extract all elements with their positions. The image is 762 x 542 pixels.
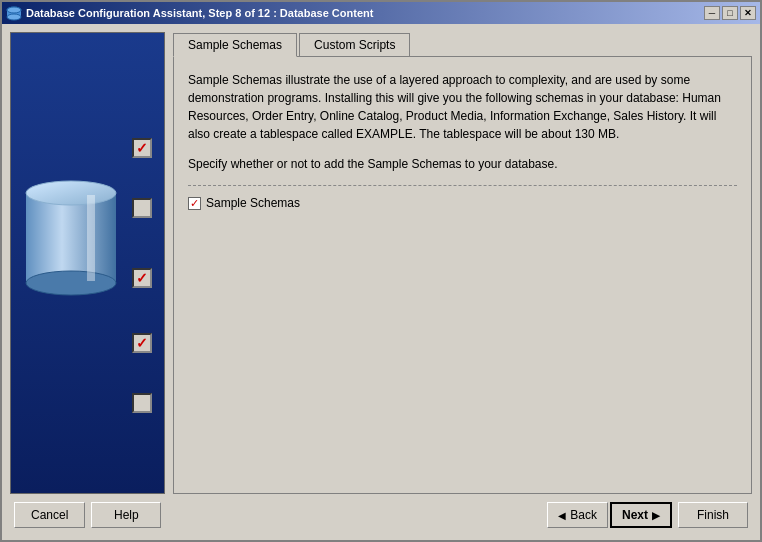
svg-point-5 <box>26 271 116 295</box>
left-checkbox-4[interactable] <box>132 333 152 353</box>
db-illustration <box>11 33 164 493</box>
left-panel <box>10 32 165 494</box>
window-body: Sample Schemas Custom Scripts Sample Sch… <box>2 24 760 540</box>
window-controls: ─ □ ✕ <box>704 6 756 20</box>
main-window: Database Configuration Assistant, Step 8… <box>0 0 762 542</box>
svg-point-2 <box>7 14 21 20</box>
button-bar: Cancel Help ◀ Back Next ▶ Finish <box>10 494 752 532</box>
back-button[interactable]: ◀ Back <box>547 502 608 528</box>
tab-custom-scripts[interactable]: Custom Scripts <box>299 33 410 57</box>
right-panel: Sample Schemas Custom Scripts Sample Sch… <box>173 32 752 494</box>
svg-point-3 <box>7 7 21 13</box>
minimize-button[interactable]: ─ <box>704 6 720 20</box>
divider <box>188 185 737 186</box>
sample-schemas-checkbox-row: Sample Schemas <box>188 196 737 210</box>
left-checkbox-2[interactable] <box>132 198 152 218</box>
next-chevron-icon: ▶ <box>652 510 660 521</box>
nav-group: ◀ Back Next ▶ <box>547 502 672 528</box>
next-label: Next <box>622 508 648 522</box>
tab-bar: Sample Schemas Custom Scripts <box>173 32 752 56</box>
cancel-button[interactable]: Cancel <box>14 502 85 528</box>
description-text: Sample Schemas illustrate the use of a l… <box>188 71 737 143</box>
maximize-button[interactable]: □ <box>722 6 738 20</box>
title-bar: Database Configuration Assistant, Step 8… <box>2 2 760 24</box>
help-button[interactable]: Help <box>91 502 161 528</box>
left-checkbox-1[interactable] <box>132 138 152 158</box>
back-chevron-icon: ◀ <box>558 510 566 521</box>
next-button[interactable]: Next ▶ <box>610 502 672 528</box>
window-icon <box>6 5 22 21</box>
close-button[interactable]: ✕ <box>740 6 756 20</box>
specify-text: Specify whether or not to add the Sample… <box>188 155 737 173</box>
left-checkbox-5[interactable] <box>132 393 152 413</box>
window-title: Database Configuration Assistant, Step 8… <box>26 7 704 19</box>
main-content: Sample Schemas Custom Scripts Sample Sch… <box>10 32 752 494</box>
tab-sample-schemas[interactable]: Sample Schemas <box>173 33 297 57</box>
tab-content-sample-schemas: Sample Schemas illustrate the use of a l… <box>173 56 752 494</box>
left-checkbox-3[interactable] <box>132 268 152 288</box>
database-graphic <box>21 173 121 306</box>
back-label: Back <box>570 508 597 522</box>
svg-rect-4 <box>26 193 116 283</box>
svg-point-6 <box>26 181 116 205</box>
sample-schemas-label: Sample Schemas <box>206 196 300 210</box>
finish-button[interactable]: Finish <box>678 502 748 528</box>
sample-schemas-checkbox[interactable] <box>188 197 201 210</box>
